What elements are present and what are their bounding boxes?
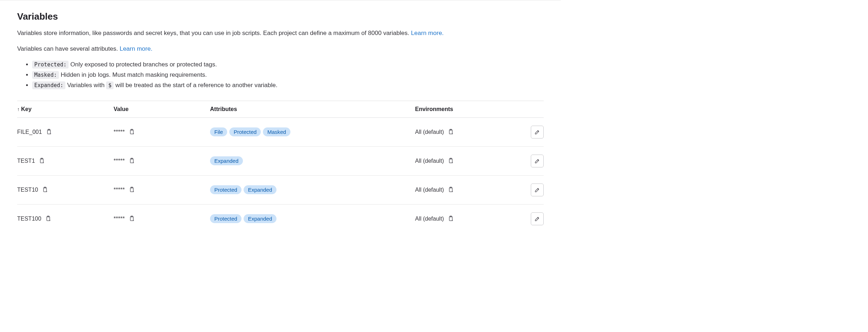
copy-key-button[interactable] — [38, 157, 46, 165]
attribute-badge: Protected — [210, 214, 241, 223]
attr-def-masked: Masked: Hidden in job logs. Must match m… — [32, 70, 544, 80]
table-row: FILE_001*****FileProtectedMaskedAll (def… — [17, 117, 544, 146]
table-row: TEST1*****ExpandedAll (default) — [17, 146, 544, 175]
clipboard-icon — [448, 158, 454, 164]
attributes-description: Variables can have several attributes. L… — [17, 44, 544, 54]
desc2-text: Variables can have several attributes. — [17, 45, 120, 52]
desc1-text: Variables store information, like passwo… — [17, 30, 411, 36]
attr-def-protected: Protected: Only exposed to protected bra… — [32, 60, 544, 70]
variables-table: ↑Key Value Attributes Environments FILE_… — [17, 101, 544, 233]
column-header-key[interactable]: ↑Key — [17, 101, 114, 117]
column-header-value[interactable]: Value — [114, 101, 210, 117]
pencil-icon — [534, 187, 540, 193]
code-dollar: $ — [106, 81, 114, 89]
table-row: TEST100*****ProtectedExpandedAll (defaul… — [17, 204, 544, 233]
attribute-definitions-list: Protected: Only exposed to protected bra… — [17, 60, 544, 91]
variable-value: ***** — [114, 158, 125, 164]
code-expanded: Expanded: — [32, 81, 65, 89]
pencil-icon — [534, 129, 540, 135]
copy-key-button[interactable] — [44, 215, 52, 223]
edit-variable-button[interactable] — [531, 126, 544, 139]
variable-key: TEST100 — [17, 216, 41, 222]
clipboard-icon — [129, 216, 135, 222]
variable-environment: All (default) — [415, 187, 444, 193]
clipboard-icon — [46, 129, 52, 135]
copy-environment-button[interactable] — [447, 128, 455, 136]
variables-description: Variables store information, like passwo… — [17, 29, 544, 38]
attribute-badge: Expanded — [244, 185, 276, 195]
clipboard-icon — [45, 216, 51, 222]
attr-def-masked-text: Hidden in job logs. Must match masking r… — [61, 71, 207, 78]
copy-value-button[interactable] — [128, 157, 135, 165]
pencil-icon — [534, 216, 540, 222]
learn-more-link-1[interactable]: Learn more. — [411, 30, 444, 36]
copy-value-button[interactable] — [128, 128, 135, 136]
attribute-badge: Masked — [263, 127, 290, 137]
attribute-badge: Expanded — [210, 156, 243, 166]
table-row: TEST10*****ProtectedExpandedAll (default… — [17, 175, 544, 204]
variable-environment: All (default) — [415, 158, 444, 164]
copy-environment-button[interactable] — [447, 157, 455, 165]
variable-value: ***** — [114, 129, 125, 135]
copy-value-button[interactable] — [128, 215, 135, 223]
variable-key: TEST10 — [17, 187, 38, 193]
variable-key: TEST1 — [17, 158, 35, 164]
clipboard-icon — [129, 187, 135, 193]
code-protected: Protected: — [32, 61, 69, 69]
column-header-attributes[interactable]: Attributes — [210, 101, 415, 117]
variable-environment: All (default) — [415, 129, 444, 135]
attribute-badge: Expanded — [244, 214, 276, 223]
variable-key: FILE_001 — [17, 129, 42, 135]
copy-value-button[interactable] — [128, 186, 135, 194]
column-header-key-label: Key — [21, 106, 31, 112]
attr-def-expanded: Expanded: Variables with $ will be treat… — [32, 80, 544, 91]
variable-value: ***** — [114, 187, 125, 193]
clipboard-icon — [129, 158, 135, 164]
copy-key-button[interactable] — [45, 128, 53, 136]
clipboard-icon — [42, 187, 48, 193]
clipboard-icon — [129, 129, 135, 135]
clipboard-icon — [448, 216, 454, 222]
edit-variable-button[interactable] — [531, 155, 544, 167]
edit-variable-button[interactable] — [531, 212, 544, 225]
copy-key-button[interactable] — [41, 186, 49, 194]
attr-def-protected-text: Only exposed to protected branches or pr… — [70, 61, 217, 68]
column-header-environments[interactable]: Environments — [415, 101, 522, 117]
learn-more-link-2[interactable]: Learn more. — [120, 45, 153, 52]
clipboard-icon — [39, 158, 45, 164]
attr-def-expanded-post: will be treated as the start of a refere… — [115, 82, 278, 89]
copy-environment-button[interactable] — [447, 186, 455, 194]
attribute-badge: Protected — [210, 185, 241, 195]
page-title: Variables — [17, 11, 544, 22]
variable-value: ***** — [114, 216, 125, 222]
variable-environment: All (default) — [415, 216, 444, 222]
attr-def-expanded-pre: Variables with — [67, 82, 106, 89]
attribute-badge: File — [210, 127, 227, 137]
edit-variable-button[interactable] — [531, 183, 544, 196]
clipboard-icon — [448, 129, 454, 135]
copy-environment-button[interactable] — [447, 215, 455, 223]
code-masked: Masked: — [32, 71, 59, 79]
sort-asc-icon: ↑ — [17, 107, 20, 112]
pencil-icon — [534, 158, 540, 164]
attribute-badge: Protected — [229, 127, 261, 137]
clipboard-icon — [448, 187, 454, 193]
